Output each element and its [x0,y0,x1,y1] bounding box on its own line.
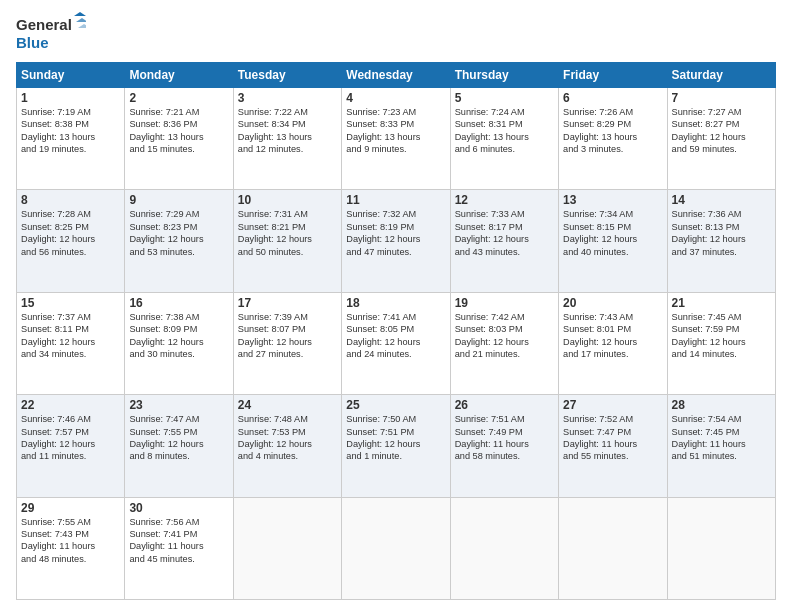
cell-content: Sunrise: 7:24 AMSunset: 8:31 PMDaylight:… [455,106,554,156]
cell-content: Sunrise: 7:55 AMSunset: 7:43 PMDaylight:… [21,516,120,566]
day-header-thursday: Thursday [450,63,558,88]
day-number: 11 [346,193,445,207]
cell-content: Sunrise: 7:36 AMSunset: 8:13 PMDaylight:… [672,208,771,258]
cell-content: Sunrise: 7:23 AMSunset: 8:33 PMDaylight:… [346,106,445,156]
week-row-1: 1Sunrise: 7:19 AMSunset: 8:38 PMDaylight… [17,88,776,190]
week-row-5: 29Sunrise: 7:55 AMSunset: 7:43 PMDayligh… [17,497,776,599]
cell-content: Sunrise: 7:45 AMSunset: 7:59 PMDaylight:… [672,311,771,361]
day-number: 14 [672,193,771,207]
calendar-cell: 26Sunrise: 7:51 AMSunset: 7:49 PMDayligh… [450,395,558,497]
calendar-cell: 7Sunrise: 7:27 AMSunset: 8:27 PMDaylight… [667,88,775,190]
calendar-cell: 28Sunrise: 7:54 AMSunset: 7:45 PMDayligh… [667,395,775,497]
calendar-cell: 4Sunrise: 7:23 AMSunset: 8:33 PMDaylight… [342,88,450,190]
day-number: 18 [346,296,445,310]
day-header-sunday: Sunday [17,63,125,88]
day-number: 29 [21,501,120,515]
day-number: 24 [238,398,337,412]
day-number: 8 [21,193,120,207]
calendar-cell: 6Sunrise: 7:26 AMSunset: 8:29 PMDaylight… [559,88,667,190]
calendar-cell [233,497,341,599]
calendar-cell: 15Sunrise: 7:37 AMSunset: 8:11 PMDayligh… [17,292,125,394]
calendar-cell [559,497,667,599]
cell-content: Sunrise: 7:29 AMSunset: 8:23 PMDaylight:… [129,208,228,258]
calendar-cell: 22Sunrise: 7:46 AMSunset: 7:57 PMDayligh… [17,395,125,497]
calendar-cell: 27Sunrise: 7:52 AMSunset: 7:47 PMDayligh… [559,395,667,497]
day-number: 3 [238,91,337,105]
day-number: 25 [346,398,445,412]
cell-content: Sunrise: 7:37 AMSunset: 8:11 PMDaylight:… [21,311,120,361]
cell-content: Sunrise: 7:54 AMSunset: 7:45 PMDaylight:… [672,413,771,463]
calendar-cell: 8Sunrise: 7:28 AMSunset: 8:25 PMDaylight… [17,190,125,292]
calendar: SundayMondayTuesdayWednesdayThursdayFrid… [16,62,776,600]
week-row-4: 22Sunrise: 7:46 AMSunset: 7:57 PMDayligh… [17,395,776,497]
svg-marker-2 [74,12,86,16]
cell-content: Sunrise: 7:21 AMSunset: 8:36 PMDaylight:… [129,106,228,156]
calendar-cell: 3Sunrise: 7:22 AMSunset: 8:34 PMDaylight… [233,88,341,190]
cell-content: Sunrise: 7:56 AMSunset: 7:41 PMDaylight:… [129,516,228,566]
cell-content: Sunrise: 7:33 AMSunset: 8:17 PMDaylight:… [455,208,554,258]
cell-content: Sunrise: 7:51 AMSunset: 7:49 PMDaylight:… [455,413,554,463]
cell-content: Sunrise: 7:52 AMSunset: 7:47 PMDaylight:… [563,413,662,463]
cell-content: Sunrise: 7:46 AMSunset: 7:57 PMDaylight:… [21,413,120,463]
calendar-cell: 11Sunrise: 7:32 AMSunset: 8:19 PMDayligh… [342,190,450,292]
cell-content: Sunrise: 7:41 AMSunset: 8:05 PMDaylight:… [346,311,445,361]
day-number: 17 [238,296,337,310]
day-number: 28 [672,398,771,412]
cell-content: Sunrise: 7:50 AMSunset: 7:51 PMDaylight:… [346,413,445,463]
day-number: 20 [563,296,662,310]
day-number: 26 [455,398,554,412]
calendar-cell: 16Sunrise: 7:38 AMSunset: 8:09 PMDayligh… [125,292,233,394]
cell-content: Sunrise: 7:48 AMSunset: 7:53 PMDaylight:… [238,413,337,463]
calendar-cell: 19Sunrise: 7:42 AMSunset: 8:03 PMDayligh… [450,292,558,394]
calendar-cell: 5Sunrise: 7:24 AMSunset: 8:31 PMDaylight… [450,88,558,190]
day-number: 10 [238,193,337,207]
calendar-cell [342,497,450,599]
day-header-friday: Friday [559,63,667,88]
calendar-cell: 2Sunrise: 7:21 AMSunset: 8:36 PMDaylight… [125,88,233,190]
calendar-cell: 29Sunrise: 7:55 AMSunset: 7:43 PMDayligh… [17,497,125,599]
day-number: 4 [346,91,445,105]
week-row-3: 15Sunrise: 7:37 AMSunset: 8:11 PMDayligh… [17,292,776,394]
cell-content: Sunrise: 7:32 AMSunset: 8:19 PMDaylight:… [346,208,445,258]
calendar-cell [667,497,775,599]
cell-content: Sunrise: 7:22 AMSunset: 8:34 PMDaylight:… [238,106,337,156]
calendar-cell: 10Sunrise: 7:31 AMSunset: 8:21 PMDayligh… [233,190,341,292]
cell-content: Sunrise: 7:28 AMSunset: 8:25 PMDaylight:… [21,208,120,258]
calendar-cell: 1Sunrise: 7:19 AMSunset: 8:38 PMDaylight… [17,88,125,190]
day-number: 15 [21,296,120,310]
calendar-cell: 17Sunrise: 7:39 AMSunset: 8:07 PMDayligh… [233,292,341,394]
calendar-cell: 12Sunrise: 7:33 AMSunset: 8:17 PMDayligh… [450,190,558,292]
cell-content: Sunrise: 7:31 AMSunset: 8:21 PMDaylight:… [238,208,337,258]
svg-text:Blue: Blue [16,34,49,51]
calendar-cell: 9Sunrise: 7:29 AMSunset: 8:23 PMDaylight… [125,190,233,292]
day-number: 1 [21,91,120,105]
calendar-cell: 30Sunrise: 7:56 AMSunset: 7:41 PMDayligh… [125,497,233,599]
day-number: 19 [455,296,554,310]
calendar-cell: 14Sunrise: 7:36 AMSunset: 8:13 PMDayligh… [667,190,775,292]
cell-content: Sunrise: 7:19 AMSunset: 8:38 PMDaylight:… [21,106,120,156]
day-number: 6 [563,91,662,105]
day-number: 5 [455,91,554,105]
calendar-cell: 21Sunrise: 7:45 AMSunset: 7:59 PMDayligh… [667,292,775,394]
cell-content: Sunrise: 7:39 AMSunset: 8:07 PMDaylight:… [238,311,337,361]
day-header-tuesday: Tuesday [233,63,341,88]
day-number: 27 [563,398,662,412]
calendar-cell [450,497,558,599]
day-number: 16 [129,296,228,310]
day-header-wednesday: Wednesday [342,63,450,88]
svg-marker-3 [76,18,86,22]
cell-content: Sunrise: 7:43 AMSunset: 8:01 PMDaylight:… [563,311,662,361]
day-number: 7 [672,91,771,105]
calendar-cell: 13Sunrise: 7:34 AMSunset: 8:15 PMDayligh… [559,190,667,292]
logo: General Blue [16,12,86,54]
day-number: 13 [563,193,662,207]
calendar-cell: 23Sunrise: 7:47 AMSunset: 7:55 PMDayligh… [125,395,233,497]
cell-content: Sunrise: 7:27 AMSunset: 8:27 PMDaylight:… [672,106,771,156]
cell-content: Sunrise: 7:38 AMSunset: 8:09 PMDaylight:… [129,311,228,361]
day-number: 23 [129,398,228,412]
cell-content: Sunrise: 7:47 AMSunset: 7:55 PMDaylight:… [129,413,228,463]
day-header-monday: Monday [125,63,233,88]
calendar-cell: 24Sunrise: 7:48 AMSunset: 7:53 PMDayligh… [233,395,341,497]
calendar-cell: 18Sunrise: 7:41 AMSunset: 8:05 PMDayligh… [342,292,450,394]
svg-marker-4 [78,24,86,28]
